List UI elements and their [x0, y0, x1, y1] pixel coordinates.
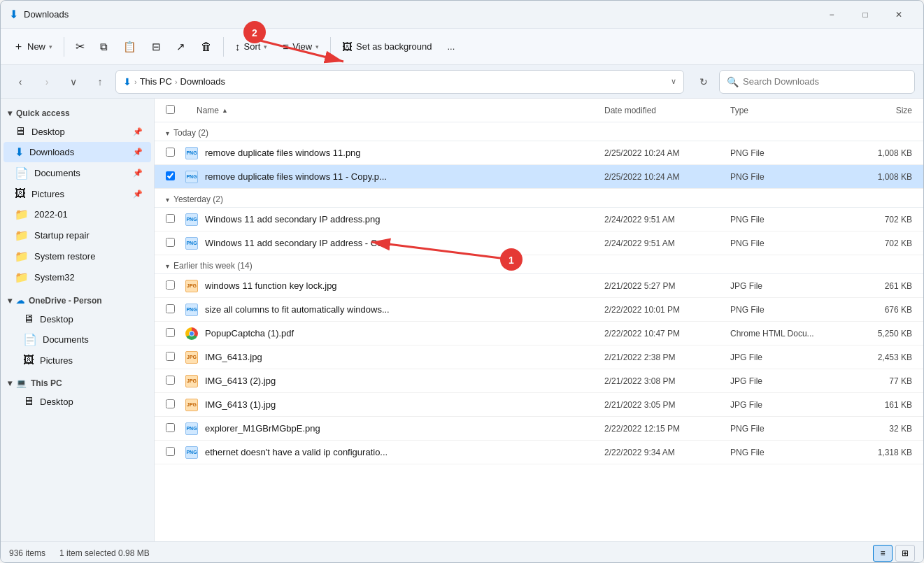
file-row-f11[interactable]: PNG explorer_M1GBrMGbpE.png 2/22/2022 12… — [155, 417, 923, 441]
downloads-qa-label: Downloads — [29, 147, 74, 157]
sidebar-item-pictures-qa[interactable]: 🖼 Pictures 📌 — [3, 184, 151, 204]
sidebar-section-thispc[interactable]: ▾ 💻 This PC — [1, 374, 154, 391]
sort-label: Sort — [244, 41, 261, 52]
title-bar-left: ⬇ Downloads — [9, 8, 69, 21]
selected-info: 1 item selected 0.98 MB — [59, 548, 150, 558]
od-pictures-icon: 🖼 — [23, 354, 34, 366]
file-type-f1: PNG File — [730, 148, 842, 158]
sidebar-section-onedrive[interactable]: ▾ ☁ OneDrive - Person — [1, 292, 154, 308]
select-all-checkbox[interactable] — [166, 105, 175, 114]
file-row-f4[interactable]: PNG Windows 11 add secondary IP address … — [155, 231, 923, 255]
up-button[interactable]: ↑ — [89, 71, 111, 93]
paste-button[interactable]: 📋 — [116, 34, 143, 60]
file-size-f10: 161 KB — [842, 400, 912, 410]
breadcrumb-downloads[interactable]: Downloads — [180, 76, 225, 87]
sort-button[interactable]: ↕ Sort ▾ — [228, 34, 274, 60]
folder-2022-label: 2022-01 — [34, 209, 68, 220]
file-size-f1: 1,008 KB — [842, 148, 912, 158]
set-background-button[interactable]: 🖼 Set as background — [335, 34, 439, 60]
file-row-f7[interactable]: PopupCaptcha (1).pdf 2/22/2022 10:47 PM … — [155, 322, 923, 345]
onedrive-chevron: ▾ — [8, 296, 12, 306]
sidebar-item-documents-qa[interactable]: 📄 Documents 📌 — [3, 163, 151, 183]
column-date-header[interactable]: Date modified — [604, 106, 730, 115]
jpg-icon-10: JPG — [185, 399, 198, 411]
group-today[interactable]: ▾ Today (2) — [155, 122, 923, 141]
file-row-selected[interactable]: PNG remove duplicate files windows 11 - … — [155, 165, 923, 189]
file-icon-f2: PNG — [185, 171, 201, 183]
file-row-f3[interactable]: PNG Windows 11 add secondary IP address.… — [155, 208, 923, 231]
file-row-f5[interactable]: JPG windows 11 function key lock.jpg 2/2… — [155, 274, 923, 298]
file-row[interactable]: PNG remove duplicate files windows 11.pn… — [155, 141, 923, 165]
header-checkbox[interactable] — [166, 105, 185, 116]
file-size-f11: 32 KB — [842, 424, 912, 434]
sidebar-item-sysrestore[interactable]: 📁 System restore — [3, 246, 151, 266]
new-button[interactable]: ＋ New ▾ — [6, 34, 59, 60]
view-button[interactable]: ≡ View ▾ — [276, 34, 326, 60]
rename-button[interactable]: ⊟ — [145, 34, 168, 60]
minimize-button[interactable]: − — [816, 3, 848, 26]
file-name-f10: IMG_6413 (1).jpg — [205, 399, 604, 410]
documents-qa-label: Documents — [34, 168, 80, 178]
sidebar-item-startup[interactable]: 📁 Startup repair — [3, 225, 151, 245]
search-input[interactable] — [743, 76, 907, 87]
grid-view-button[interactable]: ⊞ — [895, 545, 915, 562]
more-button[interactable]: ... — [440, 34, 462, 60]
status-bar: 936 items 1 item selected 0.98 MB ≡ ⊞ — [1, 541, 923, 563]
breadcrumb-text: › This PC › Downloads — [134, 76, 225, 87]
sidebar-item-desktop-qa[interactable]: 🖥 Desktop 📌 — [3, 122, 151, 141]
sidebar-item-sys32[interactable]: 📁 System32 — [3, 267, 151, 287]
onedrive-icon: ☁ — [16, 296, 24, 306]
share-icon: ↗ — [176, 41, 185, 53]
group-yesterday[interactable]: ▾ Yesterday (2) — [155, 189, 923, 208]
window-title: Downloads — [24, 9, 69, 20]
file-checkbox-f3[interactable] — [166, 214, 185, 225]
breadcrumb-thispc[interactable]: This PC — [140, 76, 172, 87]
folder-sysrestore-label: System restore — [34, 251, 95, 262]
folder-icon-sysrestore: 📁 — [15, 250, 29, 263]
column-type-header[interactable]: Type — [730, 106, 842, 115]
file-date-f7: 2/22/2022 10:47 PM — [604, 329, 730, 338]
sidebar-item-2022[interactable]: 📁 2022-01 — [3, 204, 151, 225]
file-icon-f3: PNG — [185, 213, 201, 226]
group-earlier[interactable]: ▾ Earlier this week (14) — [155, 255, 923, 274]
view-icon: ≡ — [283, 41, 289, 52]
column-size-header[interactable]: Size — [842, 106, 912, 115]
sidebar-item-downloads-qa[interactable]: ⬇ Downloads 📌 — [3, 142, 151, 162]
sidebar-item-od-desktop[interactable]: 🖥 Desktop — [3, 309, 151, 329]
file-checkbox-f4[interactable] — [166, 238, 185, 249]
file-date-f10: 2/21/2022 3:05 PM — [604, 400, 730, 410]
close-button[interactable]: ✕ — [883, 3, 915, 26]
png-icon-11: PNG — [185, 422, 198, 435]
file-checkbox-f1[interactable] — [166, 148, 185, 159]
share-button[interactable]: ↗ — [169, 34, 192, 60]
cut-button[interactable]: ✂ — [69, 34, 92, 60]
file-type-f9: JPG File — [730, 376, 842, 386]
maximize-button[interactable]: □ — [849, 3, 881, 26]
png-icon-2: PNG — [185, 171, 198, 183]
refresh-button[interactable]: ↻ — [692, 71, 715, 93]
recent-locations-button[interactable]: ∨ — [62, 71, 85, 93]
list-view-button[interactable]: ≡ — [873, 545, 893, 562]
breadcrumb-sep-2: › — [175, 78, 178, 86]
sidebar-item-od-documents[interactable]: 📄 Documents — [3, 329, 151, 350]
file-checkbox-f2[interactable] — [166, 171, 185, 183]
column-name-header[interactable]: Name ▲ — [197, 106, 604, 115]
file-row-f12[interactable]: PNG ethernet doesn't have a valid ip con… — [155, 441, 923, 464]
paste-icon: 📋 — [123, 41, 136, 53]
file-date-f12: 2/22/2022 9:34 AM — [604, 448, 730, 457]
sidebar-item-od-pictures[interactable]: 🖼 Pictures — [3, 350, 151, 370]
file-date-f6: 2/22/2022 10:01 PM — [604, 305, 730, 315]
file-row-f10[interactable]: JPG IMG_6413 (1).jpg 2/21/2022 3:05 PM J… — [155, 393, 923, 417]
file-size-f12: 1,318 KB — [842, 448, 912, 457]
sidebar-section-quick-access[interactable]: ▾ Quick access — [1, 104, 154, 121]
delete-button[interactable]: 🗑 — [194, 34, 219, 60]
file-row-f6[interactable]: PNG size all columns to fit automaticall… — [155, 298, 923, 322]
breadcrumb-bar[interactable]: ⬇ › This PC › Downloads ∨ — [115, 70, 684, 94]
file-row-f9[interactable]: JPG IMG_6413 (2).jpg 2/21/2022 3:08 PM J… — [155, 369, 923, 393]
sidebar-item-pc-desktop[interactable]: 🖥 Desktop — [3, 392, 151, 411]
forward-button[interactable]: › — [36, 71, 58, 93]
back-button[interactable]: ‹ — [9, 71, 31, 93]
file-row-f8[interactable]: JPG IMG_6413.jpg 2/21/2022 2:38 PM JPG F… — [155, 345, 923, 369]
copy-button[interactable]: ⧉ — [93, 34, 115, 60]
column-headers: Name ▲ Date modified Type Size — [155, 99, 923, 122]
